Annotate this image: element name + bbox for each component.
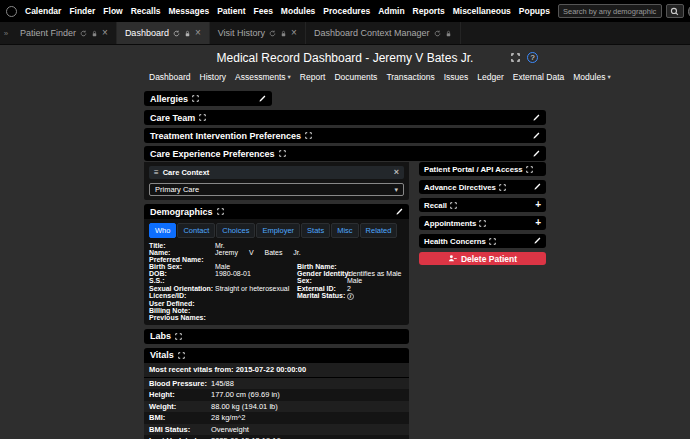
card-health-concerns-header[interactable]: Health Concerns <box>419 234 546 248</box>
tab-contact[interactable]: Contact <box>177 223 215 238</box>
tab-related[interactable]: Related <box>360 223 398 238</box>
search-icon <box>670 7 679 16</box>
nav-history[interactable]: History <box>200 72 226 82</box>
tab-patient-finder[interactable]: Patient Finder × <box>12 22 117 44</box>
help-icon[interactable]: ? <box>527 52 538 63</box>
close-icon[interactable]: × <box>102 28 108 38</box>
nav-documents[interactable]: Documents <box>334 72 377 82</box>
expand-icon[interactable] <box>178 352 185 359</box>
menu-calendar[interactable]: Calendar <box>25 6 61 16</box>
menu-miscellaneous[interactable]: Miscellaneous <box>453 6 511 16</box>
expand-icon[interactable] <box>192 95 199 102</box>
menu-patient[interactable]: Patient <box>217 6 245 16</box>
patient-nav: Dashboard History Assessments▾ Report Do… <box>149 72 546 82</box>
card-vitals-header[interactable]: Vitals <box>144 348 409 363</box>
lock-icon[interactable] <box>445 30 452 37</box>
add-icon[interactable]: + <box>535 200 541 210</box>
nav-dashboard[interactable]: Dashboard <box>149 72 191 82</box>
table-row: Height:177.00 cm (69.69 in) <box>144 389 409 401</box>
chevron-down-icon: ▾ <box>607 73 610 81</box>
refresh-icon[interactable] <box>80 30 87 37</box>
card-care-team-header[interactable]: Care Team <box>144 110 546 125</box>
menu-fees[interactable]: Fees <box>253 6 272 16</box>
card-labs-header[interactable]: Labs <box>144 329 409 344</box>
card-recall-header[interactable]: Recall + <box>419 198 546 212</box>
card-care-experience-header[interactable]: Care Experience Preferences <box>144 146 546 161</box>
info-icon[interactable]: i <box>347 293 354 300</box>
nav-issues[interactable]: Issues <box>444 72 469 82</box>
tab-choices[interactable]: Choices <box>216 223 255 238</box>
expand-icon[interactable] <box>217 208 224 215</box>
card-title: Demographics <box>150 207 213 217</box>
close-icon[interactable]: × <box>291 28 297 38</box>
menu-finder[interactable]: Finder <box>69 6 95 16</box>
edit-icon[interactable] <box>258 95 266 103</box>
card-treatment-preferences-header[interactable]: Treatment Intervention Preferences <box>144 128 546 143</box>
card-allergies-header[interactable]: Allergies <box>144 91 272 106</box>
edit-icon[interactable] <box>533 183 541 191</box>
refresh-icon[interactable] <box>269 30 276 37</box>
expand-icon[interactable] <box>175 333 182 340</box>
tab-label: Dashboard <box>125 28 169 38</box>
tab-dashboard-context-manager[interactable]: Dashboard Context Manager <box>306 22 461 44</box>
nav-transactions[interactable]: Transactions <box>386 72 434 82</box>
fullscreen-icon[interactable] <box>511 53 520 62</box>
close-icon[interactable]: × <box>394 168 399 177</box>
delete-patient-button[interactable]: Delete Patient <box>419 252 546 265</box>
menu-popups[interactable]: Popups <box>519 6 550 16</box>
care-context-select[interactable]: Primary Care ▾ <box>149 183 404 196</box>
card-title: Care Experience Preferences <box>150 149 275 159</box>
menu-reports[interactable]: Reports <box>413 6 445 16</box>
card-appointments-header[interactable]: Appointments + <box>419 216 546 230</box>
expand-icon[interactable] <box>199 114 206 121</box>
edit-icon[interactable] <box>533 237 541 245</box>
menu-admin[interactable]: Admin <box>378 6 404 16</box>
card-demographics-header[interactable]: Demographics <box>144 204 409 219</box>
edit-icon[interactable] <box>395 208 403 216</box>
tab-employer[interactable]: Employer <box>256 223 300 238</box>
expand-icon[interactable] <box>305 132 312 139</box>
refresh-icon[interactable] <box>173 30 180 37</box>
demographics-fields: Title:Mr. Name:Jeremy V Bates Jr. Prefer… <box>149 242 404 321</box>
tab-dashboard[interactable]: Dashboard × <box>117 22 210 44</box>
menu-flow[interactable]: Flow <box>103 6 122 16</box>
expand-icon[interactable] <box>499 184 506 191</box>
tab-visit-history[interactable]: Visit History × <box>210 22 306 44</box>
tab-who[interactable]: Who <box>149 223 176 238</box>
menu-procedures[interactable]: Procedures <box>323 6 370 16</box>
expand-icon[interactable] <box>479 220 486 227</box>
menu-messages[interactable]: Messages <box>169 6 210 16</box>
edit-icon[interactable] <box>532 114 540 122</box>
edit-icon[interactable] <box>532 132 540 140</box>
nav-ledger[interactable]: Ledger <box>477 72 503 82</box>
edit-icon[interactable] <box>532 150 540 158</box>
nav-assessments[interactable]: Assessments▾ <box>235 72 291 82</box>
field-row: License/ID:Marital Status:i <box>149 292 404 300</box>
expand-icon[interactable] <box>450 202 457 209</box>
nav-report[interactable]: Report <box>300 72 326 82</box>
tabs-menu-icon[interactable]: » <box>0 22 12 44</box>
search-input[interactable] <box>558 4 662 18</box>
expand-icon[interactable] <box>489 238 496 245</box>
add-icon[interactable]: + <box>535 218 541 228</box>
menu-recalls[interactable]: Recalls <box>131 6 161 16</box>
tab-misc[interactable]: Misc <box>331 223 358 238</box>
lock-icon[interactable] <box>184 30 191 37</box>
search-button[interactable] <box>666 4 684 18</box>
refresh-icon[interactable] <box>434 30 441 37</box>
nav-modules[interactable]: Modules▾ <box>573 72 610 82</box>
expand-icon[interactable] <box>526 166 533 173</box>
tab-stats[interactable]: Stats <box>301 223 330 238</box>
close-icon[interactable]: × <box>195 28 201 38</box>
card-title: Care Team <box>150 113 195 123</box>
lock-icon[interactable] <box>280 30 287 37</box>
card-title: Vitals <box>150 350 174 360</box>
menu-modules[interactable]: Modules <box>281 6 315 16</box>
card-patient-portal-header[interactable]: Patient Portal / API Access <box>419 162 546 176</box>
expand-icon[interactable] <box>279 150 286 157</box>
nav-external-data[interactable]: External Data <box>513 72 565 82</box>
card-advance-directives-header[interactable]: Advance Directives <box>419 180 546 194</box>
care-context-panel[interactable]: ≡ Care Context × <box>149 166 404 179</box>
table-row: Last Updated:2025-06-15 13:19:16 <box>144 435 409 439</box>
lock-icon[interactable] <box>91 30 98 37</box>
